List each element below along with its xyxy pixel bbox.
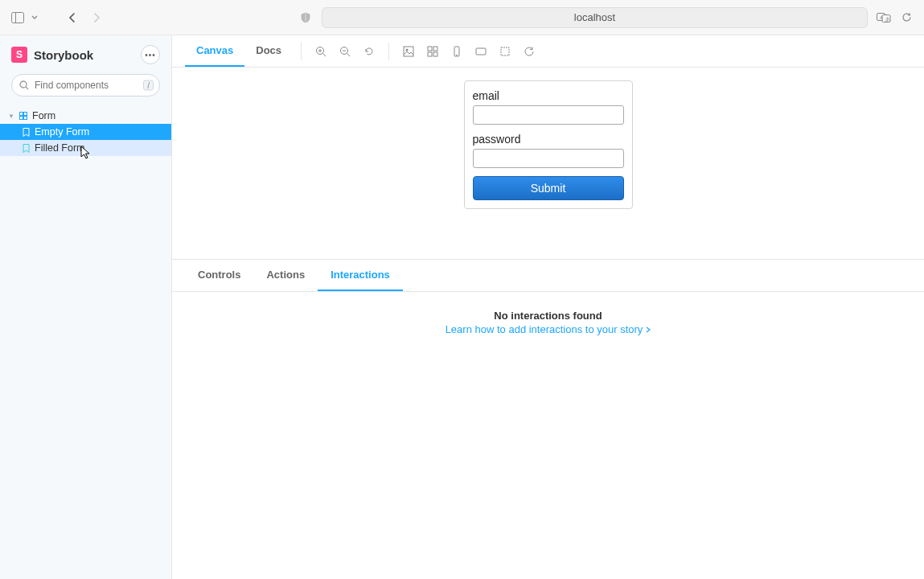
email-label: email [473,89,624,102]
search-icon [19,80,29,90]
storybook-logo-icon: S [11,47,27,63]
story-icon [23,128,30,137]
svg-rect-8 [20,113,23,116]
address-text: localhost [574,11,615,23]
reload-icon[interactable] [898,10,914,26]
viewport-mobile-icon[interactable] [446,40,468,63]
svg-rect-28 [501,47,509,55]
tab-canvas[interactable]: Canvas [185,35,244,67]
measure-icon[interactable] [494,40,516,63]
zoom-out-icon[interactable] [334,40,356,63]
back-button[interactable] [64,10,80,26]
svg-text:A: A [880,14,883,19]
svg-line-7 [26,87,28,89]
addon-tab-actions[interactable]: Actions [253,260,318,291]
interactions-empty-message: No interactions found [494,310,602,322]
interactions-learn-link[interactable]: Learn how to add interactions to your st… [446,323,651,335]
chevron-down-icon[interactable] [31,15,39,19]
brand-name: Storybook [34,48,93,62]
svg-rect-24 [433,52,437,56]
addon-tab-interactions[interactable]: Interactions [318,260,403,291]
svg-rect-9 [24,113,27,116]
separator [301,43,302,60]
zoom-reset-icon[interactable] [358,40,380,63]
svg-point-6 [20,81,27,88]
svg-rect-11 [24,117,27,120]
forward-button [88,10,105,26]
svg-text:あ: あ [885,16,890,22]
zoom-in-icon[interactable] [310,40,332,63]
svg-rect-0 [12,12,24,23]
canvas: email password Submit [172,68,924,259]
menu-button[interactable]: ••• [141,45,160,64]
svg-rect-23 [428,52,432,56]
svg-rect-10 [20,117,23,120]
password-field[interactable] [473,149,624,168]
tree-group-label: Form [32,110,55,121]
sidebar-toggle-icon[interactable] [10,10,26,26]
addons-panel: Controls Actions Interactions No interac… [172,259,924,579]
outline-reload-icon[interactable] [518,40,540,63]
tab-docs[interactable]: Docs [244,35,293,67]
search-input[interactable] [11,74,160,96]
password-label: password [473,133,624,146]
svg-point-20 [406,48,409,51]
caret-down-icon: ▼ [8,113,14,120]
email-field[interactable] [473,105,624,125]
search-shortcut: / [143,80,154,91]
separator [388,43,389,60]
form-component: email password Submit [464,80,633,209]
shield-icon[interactable] [298,10,314,26]
svg-rect-21 [428,47,432,51]
svg-line-13 [323,53,326,56]
chevron-right-icon [646,326,651,333]
address-bar[interactable]: localhost [322,7,868,28]
tree-group-form[interactable]: ▼ Form [0,108,171,124]
story-icon [23,144,30,153]
story-tree: ▼ Form Empty Form Filled Form [0,105,171,156]
submit-button[interactable]: Submit [473,176,624,200]
tree-story-empty-form[interactable]: Empty Form [0,124,171,140]
sidebar: S Storybook ••• / ▼ Form [0,35,172,579]
viewport-tablet-icon[interactable] [470,40,492,63]
brand[interactable]: S Storybook [11,47,93,63]
translate-icon[interactable]: Aあ [876,10,892,26]
background-icon[interactable] [397,40,420,63]
browser-chrome: localhost Aあ [0,0,924,35]
svg-rect-27 [476,48,486,55]
addon-tab-controls[interactable]: Controls [185,260,253,291]
grid-icon[interactable] [421,40,444,63]
tree-story-label: Filled Form [35,142,85,154]
tree-story-label: Empty Form [35,126,89,138]
component-icon [19,112,27,120]
main: Canvas Docs email password Submit [172,35,924,579]
tree-story-filled-form[interactable]: Filled Form [0,140,171,156]
svg-rect-19 [404,47,413,56]
toolbar: Canvas Docs [172,35,924,68]
svg-rect-22 [433,47,437,51]
svg-line-17 [347,53,351,56]
